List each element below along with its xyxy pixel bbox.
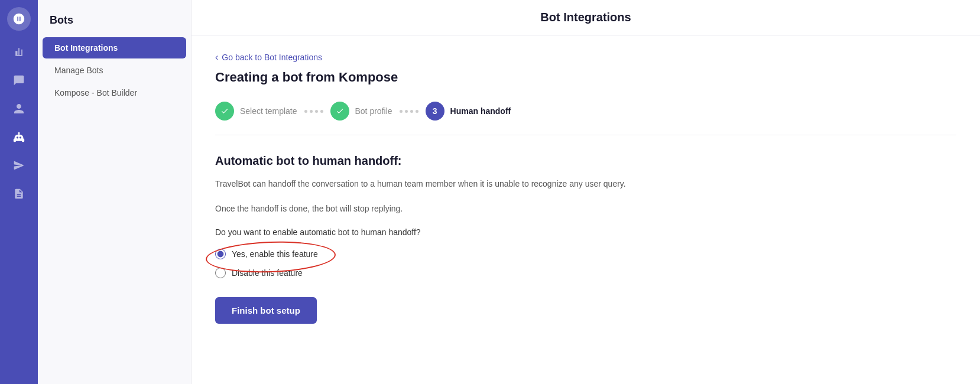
breadcrumb-label: Go back to Bot Integrations: [222, 53, 322, 62]
radio-option-yes[interactable]: Yes, enable this feature: [215, 249, 956, 259]
step-3-number: 3: [433, 106, 437, 116]
dot-6: [405, 110, 408, 113]
dot-8: [416, 110, 418, 113]
breadcrumb[interactable]: ‹ Go back to Bot Integrations: [215, 52, 956, 63]
step-3-circle: 3: [426, 102, 444, 121]
top-header: Bot Integrations: [192, 0, 980, 35]
radio-annotation: Yes, enable this feature: [215, 249, 956, 259]
page-header-title: Bot Integrations: [540, 11, 631, 24]
step-1-circle: [215, 102, 234, 121]
reports-icon[interactable]: [7, 182, 31, 206]
radio-yes-input[interactable]: [215, 249, 226, 259]
radio-group: Yes, enable this feature Disable this fe…: [215, 249, 956, 278]
dot-1: [304, 110, 307, 113]
dot-3: [315, 110, 318, 113]
sidebar: Bots Bot Integrations Manage Bots Kompos…: [38, 0, 192, 384]
step-1-label: Select template: [240, 106, 297, 116]
section-question: Do you want to enable automatic bot to h…: [215, 227, 956, 237]
section-title: Automatic bot to human handoff:: [215, 154, 956, 168]
dot-7: [410, 110, 413, 113]
step-2-label: Bot profile: [355, 106, 392, 116]
chart-icon[interactable]: [7, 40, 31, 64]
back-arrow-icon: ‹: [215, 52, 218, 63]
step-2: Bot profile: [330, 102, 392, 121]
icon-rail: [0, 0, 38, 384]
dot-2: [310, 110, 313, 113]
step-2-circle: [330, 102, 349, 121]
finish-bot-setup-button[interactable]: Finish bot setup: [215, 297, 317, 324]
messages-icon[interactable]: [7, 69, 31, 92]
section-description-1: TravelBot can handoff the conversation t…: [215, 177, 676, 190]
app-logo: [7, 7, 31, 31]
radio-yes-label: Yes, enable this feature: [232, 249, 318, 259]
steps-indicator: Select template Bot profile: [215, 102, 956, 135]
step-dots-1: [304, 110, 323, 113]
main-panel: Bot Integrations ‹ Go back to Bot Integr…: [192, 0, 980, 384]
step-3: 3 Human handoff: [426, 102, 511, 121]
sidebar-item-manage-bots[interactable]: Manage Bots: [43, 60, 186, 81]
radio-disable-label: Disable this feature: [232, 268, 303, 278]
step-3-label: Human handoff: [450, 106, 511, 116]
radio-disable-input[interactable]: [215, 268, 226, 278]
step-1: Select template: [215, 102, 297, 121]
campaigns-icon[interactable]: [7, 154, 31, 177]
sidebar-item-kompose-builder[interactable]: Kompose - Bot Builder: [43, 82, 186, 103]
sidebar-item-bot-integrations[interactable]: Bot Integrations: [43, 37, 186, 58]
dot-5: [400, 110, 403, 113]
content-area: ‹ Go back to Bot Integrations Creating a…: [192, 35, 980, 384]
contacts-icon[interactable]: [7, 97, 31, 121]
sidebar-title: Bots: [38, 9, 191, 36]
bot-icon[interactable]: [7, 125, 31, 149]
radio-option-disable[interactable]: Disable this feature: [215, 268, 956, 278]
section-description-2: Once the handoff is done, the bot will s…: [215, 202, 676, 215]
step-dots-2: [400, 110, 418, 113]
dot-4: [320, 110, 323, 113]
page-title: Creating a bot from Kompose: [215, 70, 956, 85]
